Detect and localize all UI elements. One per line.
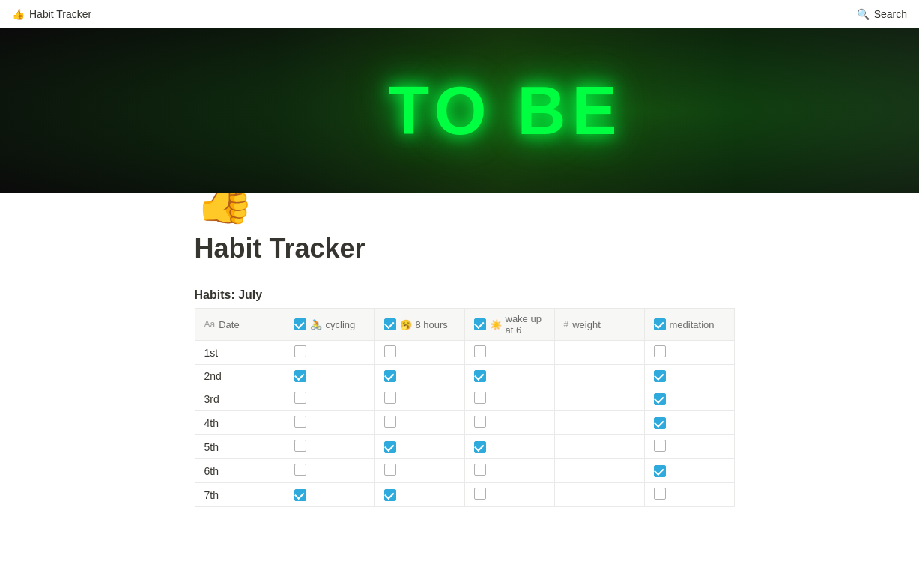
cell-meditation [644,365,734,387]
checkbox-hours-row1[interactable] [384,370,396,382]
checkbox-wake-row4[interactable] [474,441,486,453]
col-cycling-label: cycling [326,319,356,330]
table-row: 4th [195,411,734,435]
wake-header-checkbox[interactable] [474,318,486,330]
section-header: Habits: July [195,288,725,302]
table-row: 1st [195,341,734,365]
checkbox-cycling-row6[interactable] [294,489,306,501]
col-header-meditation[interactable]: meditation [644,309,734,341]
col-meditation-label: meditation [670,319,715,330]
topnav: 👍 Habit Tracker 🔍 Search [0,0,919,28]
cell-date: 4th [195,411,285,435]
cell-date: 5th [195,435,285,459]
cell-weight [554,411,644,435]
checkbox-meditation-row0[interactable] [654,345,666,357]
nav-icon: 👍 [12,8,25,20]
cell-weight [554,435,644,459]
cell-wake [464,341,554,365]
checkbox-meditation-row4[interactable] [654,440,666,452]
col-header-hours[interactable]: 🥱 8 hours [374,309,464,341]
checkbox-hours-row2[interactable] [384,392,396,404]
checkbox-cycling-row0[interactable] [294,345,306,357]
table-row: 7th [195,483,734,507]
checkbox-cycling-row2[interactable] [294,392,306,404]
meditation-header-checkbox[interactable] [654,318,666,330]
cell-cycling [285,411,374,435]
cell-wake [464,459,554,483]
cell-hours [374,459,464,483]
table-row: 5th [195,435,734,459]
page-title: Habit Tracker [195,233,725,264]
cell-meditation [644,411,734,435]
cell-wake [464,387,554,411]
checkbox-hours-row3[interactable] [384,416,396,428]
cell-cycling [285,365,374,387]
cell-date: 6th [195,459,285,483]
cell-wake [464,411,554,435]
checkbox-meditation-row5[interactable] [654,465,666,477]
col-hours-label: 8 hours [416,319,448,330]
date-type-icon: Aa [204,319,216,330]
cell-wake [464,483,554,507]
cell-weight [554,387,644,411]
cell-meditation [644,341,734,365]
cycling-header-checkbox[interactable] [294,318,306,330]
cell-meditation [644,459,734,483]
habits-table: Aa Date 🚴 cycling 🥱 8 hours [195,308,735,507]
checkbox-meditation-row3[interactable] [654,417,666,429]
table-header-row: Aa Date 🚴 cycling 🥱 8 hours [195,309,734,341]
cell-meditation [644,387,734,411]
cell-cycling [285,341,374,365]
hours-emoji: 🥱 [400,319,412,330]
hours-header-checkbox[interactable] [384,318,396,330]
table-row: 2nd [195,365,734,387]
cell-hours [374,365,464,387]
checkbox-hours-row6[interactable] [384,489,396,501]
cell-cycling [285,483,374,507]
checkbox-hours-row0[interactable] [384,345,396,357]
col-weight-label: weight [572,319,601,330]
cycling-emoji: 🚴 [310,319,322,330]
cell-wake [464,435,554,459]
search-icon: 🔍 [857,8,870,20]
cell-wake [464,365,554,387]
hero-banner: TO BE [0,28,919,193]
checkbox-meditation-row2[interactable] [654,393,666,405]
checkbox-wake-row6[interactable] [474,488,486,500]
cell-cycling [285,459,374,483]
checkbox-wake-row0[interactable] [474,345,486,357]
col-date-label: Date [219,319,239,330]
cell-weight [554,365,644,387]
search-button[interactable]: 🔍 Search [857,8,907,20]
checkbox-meditation-row6[interactable] [654,488,666,500]
checkbox-meditation-row1[interactable] [654,370,666,382]
cell-cycling [285,435,374,459]
cell-weight [554,341,644,365]
cell-hours [374,435,464,459]
cell-date: 1st [195,341,285,365]
table-row: 3rd [195,387,734,411]
checkbox-wake-row1[interactable] [474,370,486,382]
checkbox-wake-row3[interactable] [474,416,486,428]
col-header-date[interactable]: Aa Date [195,309,285,341]
cell-cycling [285,387,374,411]
wake-emoji: ☀️ [490,319,502,330]
checkbox-wake-row2[interactable] [474,392,486,404]
banner-text: TO BE [388,73,622,150]
table-row: 6th [195,459,734,483]
checkbox-hours-row4[interactable] [384,441,396,453]
cell-hours [374,411,464,435]
cell-date: 2nd [195,365,285,387]
checkbox-cycling-row3[interactable] [294,416,306,428]
checkbox-cycling-row5[interactable] [294,464,306,476]
cell-hours [374,483,464,507]
checkbox-hours-row5[interactable] [384,464,396,476]
cell-weight [554,483,644,507]
col-header-weight[interactable]: # weight [554,309,644,341]
checkbox-wake-row5[interactable] [474,464,486,476]
checkbox-cycling-row1[interactable] [294,370,306,382]
col-header-cycling[interactable]: 🚴 cycling [285,309,374,341]
nav-title: 👍 Habit Tracker [12,8,91,20]
col-header-wake[interactable]: ☀️ wake up at 6 [464,309,554,341]
checkbox-cycling-row4[interactable] [294,440,306,452]
